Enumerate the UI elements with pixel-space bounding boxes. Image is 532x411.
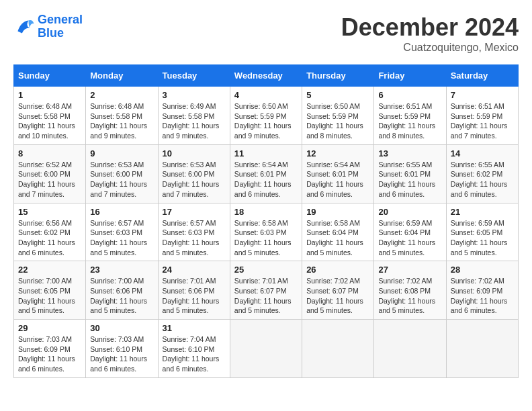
calendar-cell: 11Sunrise: 6:54 AMSunset: 6:01 PMDayligh… [230, 144, 302, 203]
calendar-cell: 6Sunrise: 6:51 AMSunset: 5:59 PMDaylight… [374, 87, 446, 145]
calendar-cell: 3Sunrise: 6:49 AMSunset: 5:58 PMDaylight… [158, 87, 230, 145]
calendar-cell: 25Sunrise: 7:01 AMSunset: 6:07 PMDayligh… [230, 261, 302, 320]
day-number: 18 [234, 207, 298, 217]
day-number: 19 [306, 207, 369, 217]
calendar-cell: 9Sunrise: 6:53 AMSunset: 6:00 PMDaylight… [86, 144, 158, 203]
weekday-header-thursday: Thursday [302, 65, 374, 87]
day-info: Sunrise: 7:02 AMSunset: 6:07 PMDaylight:… [306, 276, 369, 316]
calendar-cell: 24Sunrise: 7:01 AMSunset: 6:06 PMDayligh… [158, 261, 230, 320]
day-info: Sunrise: 6:59 AMSunset: 6:05 PMDaylight:… [451, 218, 514, 258]
day-number: 22 [18, 265, 81, 275]
calendar-cell: 28Sunrise: 7:02 AMSunset: 6:09 PMDayligh… [446, 261, 518, 320]
calendar-cell: 13Sunrise: 6:55 AMSunset: 6:01 PMDayligh… [374, 144, 446, 203]
day-number: 8 [18, 148, 81, 158]
day-info: Sunrise: 6:57 AMSunset: 6:03 PMDaylight:… [163, 218, 226, 258]
weekday-header-wednesday: Wednesday [230, 65, 302, 87]
calendar-cell: 7Sunrise: 6:51 AMSunset: 5:59 PMDaylight… [446, 87, 518, 145]
calendar-cell [446, 320, 518, 378]
day-number: 15 [18, 207, 81, 217]
calendar-cell: 2Sunrise: 6:48 AMSunset: 5:58 PMDaylight… [86, 87, 158, 145]
day-number: 30 [90, 323, 153, 333]
day-info: Sunrise: 6:55 AMSunset: 6:02 PMDaylight:… [451, 160, 514, 199]
day-info: Sunrise: 6:58 AMSunset: 6:04 PMDaylight:… [306, 218, 369, 258]
calendar-week-1: 1Sunrise: 6:48 AMSunset: 5:58 PMDaylight… [14, 87, 519, 145]
day-number: 24 [163, 265, 226, 275]
day-info: Sunrise: 7:01 AMSunset: 6:07 PMDaylight:… [234, 276, 298, 316]
day-info: Sunrise: 6:50 AMSunset: 5:59 PMDaylight:… [306, 101, 369, 141]
calendar-cell: 1Sunrise: 6:48 AMSunset: 5:58 PMDaylight… [14, 87, 86, 145]
calendar-cell: 21Sunrise: 6:59 AMSunset: 6:05 PMDayligh… [446, 203, 518, 261]
weekday-header-sunday: Sunday [14, 65, 86, 87]
day-info: Sunrise: 7:00 AMSunset: 6:05 PMDaylight:… [18, 276, 81, 316]
day-number: 20 [378, 207, 441, 217]
day-number: 2 [90, 90, 153, 100]
day-info: Sunrise: 6:52 AMSunset: 6:00 PMDaylight:… [18, 160, 81, 199]
day-number: 10 [163, 148, 226, 158]
weekday-header-saturday: Saturday [446, 65, 518, 87]
location-title: Cuatzoquitengo, Mexico [341, 42, 519, 54]
calendar-body: 1Sunrise: 6:48 AMSunset: 5:58 PMDaylight… [14, 87, 519, 378]
day-info: Sunrise: 7:03 AMSunset: 6:09 PMDaylight:… [18, 334, 81, 374]
day-info: Sunrise: 7:03 AMSunset: 6:10 PMDaylight:… [90, 334, 153, 374]
day-info: Sunrise: 6:50 AMSunset: 5:59 PMDaylight:… [234, 101, 298, 141]
weekday-header-friday: Friday [374, 65, 446, 87]
calendar-cell: 4Sunrise: 6:50 AMSunset: 5:59 PMDaylight… [230, 87, 302, 145]
day-number: 25 [234, 265, 298, 275]
calendar-cell: 8Sunrise: 6:52 AMSunset: 6:00 PMDaylight… [14, 144, 86, 203]
day-number: 11 [234, 148, 298, 158]
day-info: Sunrise: 6:48 AMSunset: 5:58 PMDaylight:… [90, 101, 153, 141]
day-info: Sunrise: 6:49 AMSunset: 5:58 PMDaylight:… [163, 101, 226, 141]
day-number: 26 [306, 265, 369, 275]
day-number: 5 [306, 90, 369, 100]
day-info: Sunrise: 7:00 AMSunset: 6:06 PMDaylight:… [90, 276, 153, 316]
calendar-week-5: 29Sunrise: 7:03 AMSunset: 6:09 PMDayligh… [14, 320, 519, 378]
calendar-cell: 20Sunrise: 6:59 AMSunset: 6:04 PMDayligh… [374, 203, 446, 261]
calendar-cell: 17Sunrise: 6:57 AMSunset: 6:03 PMDayligh… [158, 203, 230, 261]
calendar-cell: 10Sunrise: 6:53 AMSunset: 6:00 PMDayligh… [158, 144, 230, 203]
day-number: 23 [90, 265, 153, 275]
day-info: Sunrise: 7:04 AMSunset: 6:10 PMDaylight:… [163, 334, 226, 374]
calendar-cell: 31Sunrise: 7:04 AMSunset: 6:10 PMDayligh… [158, 320, 230, 378]
calendar-cell: 26Sunrise: 7:02 AMSunset: 6:07 PMDayligh… [302, 261, 374, 320]
calendar-cell: 12Sunrise: 6:54 AMSunset: 6:01 PMDayligh… [302, 144, 374, 203]
calendar-cell: 18Sunrise: 6:58 AMSunset: 6:03 PMDayligh… [230, 203, 302, 261]
calendar-cell: 30Sunrise: 7:03 AMSunset: 6:10 PMDayligh… [86, 320, 158, 378]
calendar-cell: 29Sunrise: 7:03 AMSunset: 6:09 PMDayligh… [14, 320, 86, 378]
logo-text: General Blue [38, 13, 83, 40]
day-info: Sunrise: 6:51 AMSunset: 5:59 PMDaylight:… [451, 101, 514, 141]
day-number: 1 [18, 90, 81, 100]
calendar-table: SundayMondayTuesdayWednesdayThursdayFrid… [13, 64, 519, 378]
day-info: Sunrise: 6:53 AMSunset: 6:00 PMDaylight:… [90, 160, 153, 199]
day-number: 12 [306, 148, 369, 158]
day-number: 28 [451, 265, 514, 275]
calendar-cell: 16Sunrise: 6:57 AMSunset: 6:03 PMDayligh… [86, 203, 158, 261]
calendar-cell: 22Sunrise: 7:00 AMSunset: 6:05 PMDayligh… [14, 261, 86, 320]
day-number: 21 [451, 207, 514, 217]
day-info: Sunrise: 6:57 AMSunset: 6:03 PMDaylight:… [90, 218, 153, 258]
weekday-header-monday: Monday [86, 65, 158, 87]
day-number: 3 [163, 90, 226, 100]
day-info: Sunrise: 6:54 AMSunset: 6:01 PMDaylight:… [234, 160, 298, 199]
weekday-row: SundayMondayTuesdayWednesdayThursdayFrid… [14, 65, 519, 87]
calendar-cell: 15Sunrise: 6:56 AMSunset: 6:02 PMDayligh… [14, 203, 86, 261]
day-number: 31 [163, 323, 226, 333]
calendar-header: SundayMondayTuesdayWednesdayThursdayFrid… [14, 65, 519, 87]
calendar-cell: 14Sunrise: 6:55 AMSunset: 6:02 PMDayligh… [446, 144, 518, 203]
day-number: 7 [451, 90, 514, 100]
month-title: December 2024 [341, 13, 519, 42]
day-info: Sunrise: 6:51 AMSunset: 5:59 PMDaylight:… [378, 101, 441, 141]
day-info: Sunrise: 6:54 AMSunset: 6:01 PMDaylight:… [306, 160, 369, 199]
calendar-cell [302, 320, 374, 378]
day-number: 9 [90, 148, 153, 158]
logo-icon [13, 16, 35, 38]
day-number: 4 [234, 90, 298, 100]
calendar-week-3: 15Sunrise: 6:56 AMSunset: 6:02 PMDayligh… [14, 203, 519, 261]
title-block: December 2024 Cuatzoquitengo, Mexico [341, 13, 519, 54]
calendar-cell [374, 320, 446, 378]
calendar-cell: 19Sunrise: 6:58 AMSunset: 6:04 PMDayligh… [302, 203, 374, 261]
logo: General Blue [13, 13, 83, 40]
day-number: 16 [90, 207, 153, 217]
day-number: 17 [163, 207, 226, 217]
day-info: Sunrise: 6:55 AMSunset: 6:01 PMDaylight:… [378, 160, 441, 199]
day-info: Sunrise: 6:48 AMSunset: 5:58 PMDaylight:… [18, 101, 81, 141]
